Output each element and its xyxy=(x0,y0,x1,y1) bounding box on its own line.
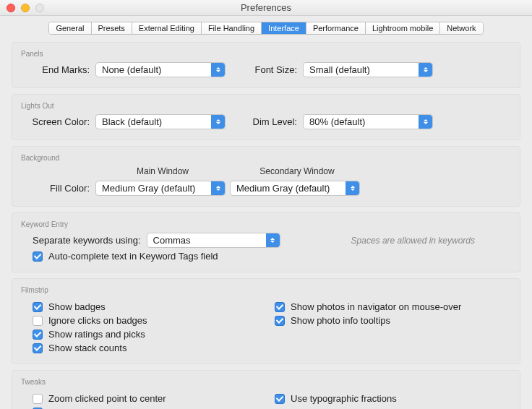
chevron-updown-icon xyxy=(266,233,280,247)
lights-out-group-title: Lights Out xyxy=(21,102,511,110)
lights-out-group: Lights Out Screen Color: Black (default)… xyxy=(12,94,520,140)
separate-keywords-label: Separate keywords using: xyxy=(33,235,141,246)
filmstrip-group: Filmstrip Show badges Ignore clicks on b… xyxy=(12,278,520,364)
show-stack-checkbox[interactable] xyxy=(33,343,43,353)
separate-keywords-value: Commas xyxy=(153,235,191,246)
keyword-hint: Spaces are allowed in keywords xyxy=(351,236,475,246)
fill-color-label: Fill Color: xyxy=(21,183,90,194)
chevron-updown-icon xyxy=(211,63,225,77)
window-title: Preferences xyxy=(0,2,532,13)
fill-color-secondary-select[interactable]: Medium Gray (default) xyxy=(230,181,360,196)
show-ratings-checkbox[interactable] xyxy=(33,330,43,340)
chevron-updown-icon xyxy=(346,181,359,195)
window-close-button[interactable] xyxy=(7,4,15,12)
dim-level-select[interactable]: 80% (default) xyxy=(303,114,433,129)
panels-group-title: Panels xyxy=(21,50,511,58)
keyword-entry-group-title: Keyword Entry xyxy=(21,220,511,228)
show-badges-checkbox[interactable] xyxy=(33,302,43,312)
tweaks-group: Tweaks Zoom clicked point to center Swip… xyxy=(12,370,520,409)
show-stack-label: Show stack counts xyxy=(48,343,126,353)
show-badges-label: Show badges xyxy=(48,301,106,312)
window-minimize-button[interactable] xyxy=(21,4,30,12)
end-marks-value: None (default) xyxy=(102,64,161,75)
main-window-header: Main Window xyxy=(95,166,230,176)
background-group: Background Main Window Secondary Window … xyxy=(12,146,520,207)
show-photos-nav-checkbox[interactable] xyxy=(275,302,285,312)
tab-interface[interactable]: Interface xyxy=(262,22,306,34)
filmstrip-group-title: Filmstrip xyxy=(21,286,511,294)
zoom-center-checkbox[interactable] xyxy=(33,394,43,404)
fill-color-main-select[interactable]: Medium Gray (default) xyxy=(95,181,226,196)
chevron-updown-icon xyxy=(419,63,432,77)
window-zoom-button[interactable] xyxy=(35,4,44,12)
typographic-label: Use typographic fractions xyxy=(291,393,397,404)
tab-performance[interactable]: Performance xyxy=(306,22,366,34)
fill-color-secondary-value: Medium Gray (default) xyxy=(236,183,330,194)
show-photos-nav-label: Show photos in navigator on mouse-over xyxy=(291,301,461,312)
show-ratings-label: Show ratings and picks xyxy=(48,329,145,340)
chevron-updown-icon xyxy=(211,115,225,129)
tab-lightroom-mobile[interactable]: Lightroom mobile xyxy=(366,22,440,34)
ignore-clicks-checkbox[interactable] xyxy=(33,316,43,326)
window-titlebar: Preferences xyxy=(0,0,532,16)
dim-level-label: Dim Level: xyxy=(236,116,297,127)
keyword-entry-group: Keyword Entry Separate keywords using: C… xyxy=(12,212,520,272)
screen-color-label: Screen Color: xyxy=(21,116,90,127)
chevron-updown-icon xyxy=(419,115,432,129)
fill-color-main-value: Medium Gray (default) xyxy=(102,183,195,194)
dim-level-value: 80% (default) xyxy=(309,116,365,127)
show-tooltips-label: Show photo info tooltips xyxy=(291,315,390,326)
end-marks-select[interactable]: None (default) xyxy=(95,62,226,77)
chevron-updown-icon xyxy=(211,181,225,195)
typographic-checkbox[interactable] xyxy=(275,394,285,404)
font-size-label: Font Size: xyxy=(236,64,297,75)
zoom-center-label: Zoom clicked point to center xyxy=(48,393,166,404)
font-size-value: Small (default) xyxy=(309,64,370,75)
tab-network[interactable]: Network xyxy=(440,22,482,34)
tab-file-handling[interactable]: File Handling xyxy=(202,22,262,34)
tab-presets[interactable]: Presets xyxy=(92,22,132,34)
preferences-tabbar: General Presets External Editing File Ha… xyxy=(48,22,483,35)
secondary-window-header: Secondary Window xyxy=(230,166,364,176)
tab-external-editing[interactable]: External Editing xyxy=(132,22,202,34)
panels-group: Panels End Marks: None (default) Font Si… xyxy=(12,42,520,88)
show-tooltips-checkbox[interactable] xyxy=(275,316,285,326)
background-group-title: Background xyxy=(21,154,511,162)
tweaks-group-title: Tweaks xyxy=(21,378,511,386)
tab-general[interactable]: General xyxy=(49,22,91,34)
ignore-clicks-label: Ignore clicks on badges xyxy=(48,315,147,326)
autocomplete-label: Auto-complete text in Keyword Tags field xyxy=(48,251,218,262)
autocomplete-checkbox[interactable] xyxy=(33,251,43,262)
separate-keywords-select[interactable]: Commas xyxy=(147,233,280,248)
screen-color-select[interactable]: Black (default) xyxy=(95,114,226,129)
font-size-select[interactable]: Small (default) xyxy=(303,62,433,77)
end-marks-label: End Marks: xyxy=(21,64,90,75)
screen-color-value: Black (default) xyxy=(102,116,162,127)
